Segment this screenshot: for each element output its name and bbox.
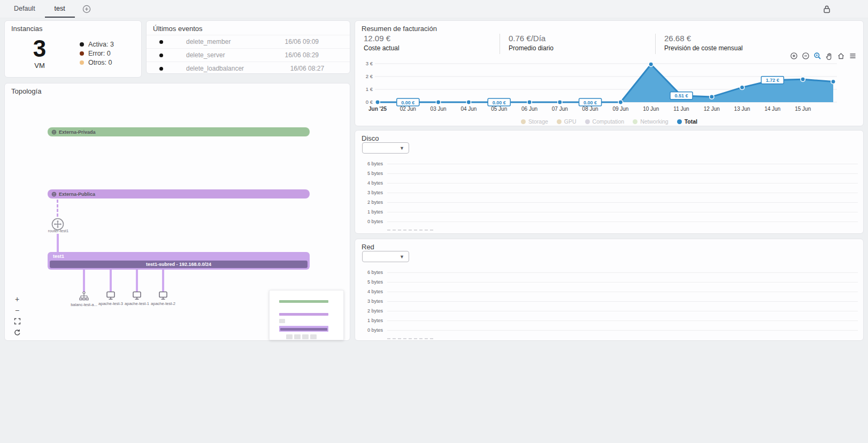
gridline (387, 320, 858, 321)
chevron-down-icon: ▼ (400, 146, 404, 151)
server-icon (158, 291, 168, 300)
legend-label: GPU (564, 118, 577, 125)
external-network-privada[interactable]: Externa-Privada (48, 127, 310, 136)
event-time: 16/06 08:29 (239, 51, 319, 59)
y-tick-label: 0 bytes (359, 219, 387, 224)
billing-title: Resumen de facturación (362, 25, 437, 33)
svg-text:0.00 €: 0.00 € (493, 100, 506, 105)
network-label: Externa-Privada (59, 129, 96, 135)
svg-text:04 Jun: 04 Jun (460, 106, 477, 112)
legend-label: Total (685, 118, 697, 125)
event-name: delete_member (186, 38, 239, 45)
network-metric-dropdown[interactable]: ▼ (362, 251, 409, 262)
zoom-in-button[interactable]: + (11, 294, 23, 303)
axis-row: 6 bytes (359, 159, 858, 169)
legend-dot (80, 42, 84, 47)
y-tick-label: 6 bytes (359, 161, 387, 166)
svg-text:12 Jun: 12 Jun (704, 106, 720, 112)
svg-text:0 €: 0 € (366, 99, 373, 105)
svg-text:05 Jun: 05 Jun (491, 106, 507, 112)
globe-icon (51, 192, 57, 197)
zoom-out-button[interactable]: − (11, 305, 23, 315)
tab-default[interactable]: Default (4, 0, 45, 18)
billing-stat-value: 0.76 €/Día (509, 34, 554, 43)
axis-row: 2 bytes (359, 306, 858, 316)
topology-controls: +− (11, 294, 23, 337)
billing-stat: 0.76 €/DíaPromedio diario (500, 34, 554, 54)
topology-node-apache-test-2[interactable]: apache-test-2 (146, 291, 180, 306)
y-tick-label: 2 bytes (359, 200, 387, 205)
topbar: Defaulttest (0, 0, 868, 18)
legend-item-computation[interactable]: Computation (585, 118, 625, 125)
event-row: delete_server16/06 08:29 (147, 48, 350, 62)
network-test1[interactable]: test1 test1-subred - 192.168.0.0/24 (48, 252, 310, 270)
y-tick-label: 5 bytes (359, 279, 387, 285)
svg-text:0.00 €: 0.00 € (583, 100, 597, 105)
plus-circle-icon (82, 5, 91, 13)
svg-text:15 Jun: 15 Jun (795, 106, 811, 112)
y-tick-label: 3 bytes (359, 299, 387, 304)
gridline (387, 202, 858, 203)
minimap-green-bar (279, 300, 328, 303)
billing-stat: 12.09 €Coste actual (355, 34, 400, 54)
gridline (387, 212, 858, 212)
node-connector (83, 270, 85, 292)
gridline (387, 193, 858, 193)
external-network-publica[interactable]: Externa-Publica (48, 189, 310, 198)
axis-row: 4 bytes (359, 287, 858, 296)
svg-text:3 €: 3 € (366, 60, 373, 66)
network-chart[interactable]: 6 bytes5 bytes4 bytes3 bytes2 bytes1 byt… (359, 268, 858, 335)
disk-metric-dropdown[interactable]: ▼ (362, 142, 409, 154)
disk-chart[interactable]: 6 bytes5 bytes4 bytes3 bytes2 bytes1 byt… (359, 159, 858, 226)
legend-item-storage[interactable]: Storage (521, 118, 548, 125)
legend-label: Computation (593, 118, 625, 125)
svg-text:10 Jun: 10 Jun (643, 106, 659, 112)
minimap-node-box (294, 334, 301, 339)
axis-row: 5 bytes (359, 277, 858, 287)
node-connector (110, 270, 112, 292)
legend-dot (633, 119, 637, 124)
svg-text:06 Jun: 06 Jun (521, 106, 537, 112)
instances-title: Instancias (11, 25, 43, 33)
globe-icon (51, 129, 57, 135)
legend-item-networking[interactable]: Networking (633, 118, 669, 125)
svg-text:09 Jun: 09 Jun (612, 106, 628, 112)
lock-icon (823, 5, 831, 16)
refresh-button[interactable] (11, 328, 23, 337)
topology-minimap[interactable] (269, 290, 344, 340)
instances-legend-item: Otros: 0 (80, 59, 114, 66)
svg-text:1.72 €: 1.72 € (766, 78, 779, 83)
router-label: router-test1 (37, 228, 80, 233)
instances-count-block: 3 VM (21, 37, 58, 70)
billing-chart[interactable]: 0 €1 €2 €3 €Jun '2502 Jun03 Jun04 Jun05 … (358, 57, 860, 116)
minimap-purple-bar (279, 313, 328, 316)
axis-row: 2 bytes (359, 197, 858, 207)
y-tick-label: 5 bytes (359, 171, 387, 176)
events-list: delete_member16/06 09:09delete_server16/… (147, 35, 350, 75)
svg-text:Jun '25: Jun '25 (368, 106, 387, 112)
minimap-node-box (286, 334, 293, 339)
router-subnet-link (57, 234, 59, 252)
events-title: Últimos eventos (153, 25, 202, 33)
legend-item-gpu[interactable]: GPU (557, 118, 577, 125)
billing-stat-value: 12.09 € (364, 34, 400, 43)
network-xaxis-ticks (387, 338, 433, 339)
axis-row: 0 bytes (359, 217, 858, 226)
y-tick-label: 1 bytes (359, 318, 387, 323)
disk-panel: Disco ▼ 6 bytes5 bytes4 bytes3 bytes2 by… (355, 130, 864, 234)
svg-text:07 Jun: 07 Jun (552, 106, 568, 112)
tab-test[interactable]: test (45, 0, 75, 18)
axis-row: 3 bytes (359, 296, 858, 306)
legend-label: Activa: 3 (88, 41, 114, 48)
gridline (387, 173, 858, 174)
y-tick-label: 3 bytes (359, 190, 387, 195)
subnet-bar[interactable]: test1-subred - 192.168.0.0/24 (50, 261, 308, 268)
instances-legend-item: Activa: 3 (80, 41, 114, 48)
minimap-node-box (310, 334, 317, 339)
fullscreen-button[interactable] (11, 317, 23, 326)
add-tab-button[interactable] (80, 0, 93, 18)
gridline (387, 311, 858, 311)
svg-text:0.00 €: 0.00 € (401, 100, 414, 105)
billing-stat-label: Coste actual (364, 44, 400, 52)
legend-item-total[interactable]: Total (677, 118, 697, 125)
